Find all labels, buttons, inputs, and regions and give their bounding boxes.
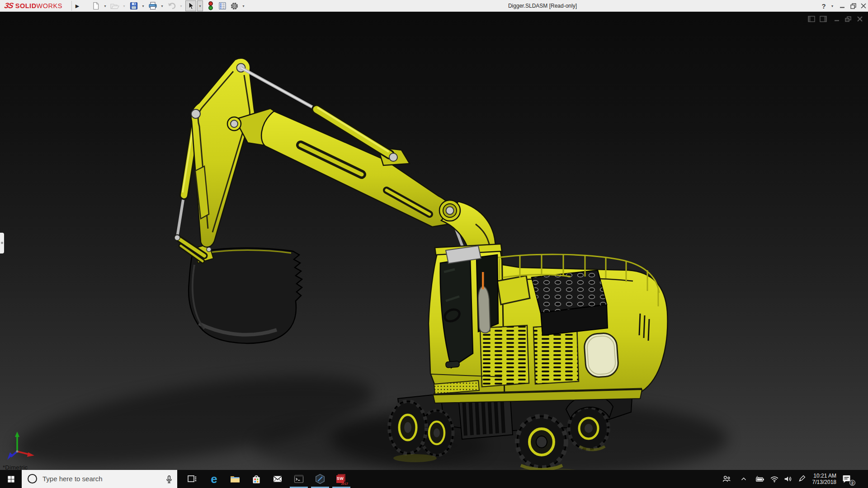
cortana-icon: [28, 474, 37, 483]
select-button[interactable]: [185, 0, 196, 11]
edge-button[interactable]: e: [207, 472, 221, 486]
file-explorer-button[interactable]: [228, 472, 242, 486]
notification-badge: 2: [849, 480, 855, 486]
rebuild-traffic-light-icon: [208, 1, 213, 10]
hidden-icons-button[interactable]: [738, 474, 750, 484]
microphone-icon[interactable]: [165, 474, 174, 484]
file-explorer-icon: [229, 474, 241, 484]
graphics-viewport[interactable]: *Dimetric: [0, 12, 868, 470]
document-title: Digger.SLDASM [Read-only]: [470, 0, 615, 12]
close-button[interactable]: [859, 0, 868, 12]
wifi-button[interactable]: [769, 474, 780, 484]
door-handle: [446, 361, 460, 368]
volume-button[interactable]: [782, 474, 794, 484]
save-dropdown[interactable]: ▾: [140, 0, 146, 11]
tray-clock[interactable]: 10:21 AM 7/13/2018: [807, 473, 836, 485]
select-dropdown[interactable]: ▾: [197, 0, 203, 11]
volume-icon: [783, 474, 793, 484]
windows-logo-icon: [7, 475, 15, 483]
file-properties-button[interactable]: [217, 0, 228, 11]
wifi-icon: [769, 474, 780, 484]
new-document-icon: [92, 2, 100, 10]
brand-solid: SOLID: [15, 2, 37, 9]
rear-wheel-inner: [389, 401, 426, 454]
battery-button[interactable]: [754, 474, 766, 484]
wiper-marker: [482, 272, 484, 289]
battery-icon: [755, 474, 765, 484]
file-properties-icon: [218, 2, 226, 10]
close-icon: [861, 3, 866, 9]
hexagon-app-icon: [314, 473, 326, 485]
print-icon: [148, 2, 157, 10]
people-button[interactable]: [721, 474, 732, 484]
front-wheel-outer: [517, 416, 566, 468]
task-view-button[interactable]: [185, 472, 199, 486]
open-folder-icon: [110, 2, 119, 9]
save-button[interactable]: [128, 0, 139, 11]
engine-block: [532, 270, 608, 335]
view-orientation-label: *Dimetric: [3, 464, 28, 470]
help-dropdown[interactable]: ▾: [829, 0, 835, 12]
microsoft-store-button[interactable]: [249, 472, 264, 486]
command-prompt-icon: [293, 474, 305, 484]
new-document-button[interactable]: [90, 0, 101, 11]
titlebar: 3S SOLID WORKS ▶ ▾ ▾ ▾: [0, 0, 868, 12]
options-button[interactable]: [229, 0, 240, 11]
rebuild-button[interactable]: [205, 0, 216, 11]
pen-icon: [797, 474, 807, 484]
undo-icon: [167, 2, 176, 9]
new-document-dropdown[interactable]: ▾: [102, 0, 108, 11]
solidworks-button[interactable]: SW 2017: [334, 472, 349, 486]
mail-icon: [272, 474, 283, 484]
windows-taskbar: Type here to search e: [0, 470, 868, 488]
action-center-button[interactable]: 2: [840, 474, 854, 484]
mail-button[interactable]: [270, 472, 285, 486]
undo-button[interactable]: [166, 0, 177, 11]
help-button[interactable]: ?: [819, 0, 828, 12]
side-window-oval: [584, 333, 619, 378]
svg-text:e: e: [211, 473, 217, 485]
brand-works: WORKS: [37, 2, 62, 9]
menu-flyout-arrow-icon[interactable]: ▶: [74, 1, 81, 10]
select-cursor-icon: [187, 2, 194, 10]
toolbar-separator: [71, 1, 72, 11]
minimize-icon: [840, 3, 845, 9]
restore-button[interactable]: [848, 0, 858, 12]
solidworks-2017-icon: SW 2017: [336, 474, 347, 484]
chevron-up-icon: [740, 475, 748, 483]
tray-date: 7/13/2018: [807, 479, 836, 485]
options-dropdown[interactable]: ▾: [241, 0, 246, 11]
pen-button[interactable]: [796, 474, 807, 484]
solidworks-logo: 3S SOLID WORKS: [5, 1, 62, 10]
operator-seat: [478, 286, 490, 333]
print-dropdown[interactable]: ▾: [159, 0, 165, 11]
search-placeholder: Type here to search: [42, 470, 103, 488]
undo-dropdown[interactable]: ▾: [178, 0, 184, 11]
print-button[interactable]: [147, 0, 158, 11]
command-prompt-button[interactable]: [292, 472, 306, 486]
task-view-icon: [187, 474, 198, 484]
start-button[interactable]: [0, 470, 22, 488]
tray-time: 10:21 AM: [807, 473, 836, 479]
taskbar-search[interactable]: Type here to search: [22, 470, 177, 488]
edge-icon: e: [208, 473, 220, 485]
stick-arm: [261, 111, 453, 227]
hexagon-app-button[interactable]: [313, 472, 327, 486]
minimize-button[interactable]: [837, 0, 847, 12]
restore-icon: [850, 3, 856, 9]
front-wheel-inner: [569, 407, 609, 450]
people-icon: [722, 474, 731, 484]
open-dropdown[interactable]: ▾: [121, 0, 127, 11]
options-gear-icon: [230, 2, 239, 10]
excavator-model: [0, 12, 868, 470]
y-axis-arrow: [15, 432, 19, 437]
open-button[interactable]: [109, 0, 120, 11]
dassault-3ds-icon: 3S: [4, 1, 14, 10]
save-floppy-icon: [130, 2, 138, 10]
microsoft-store-icon: [251, 474, 262, 485]
